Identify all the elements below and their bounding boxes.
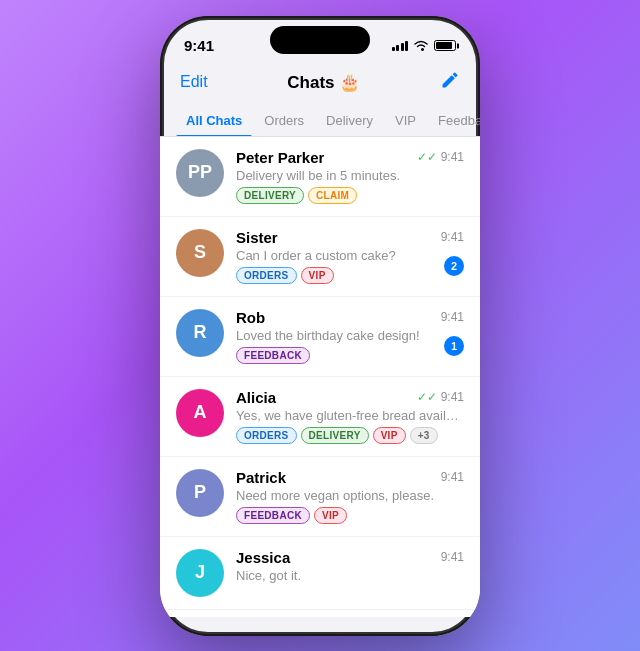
- avatar: J: [176, 549, 224, 597]
- avatar-initials: R: [176, 309, 224, 357]
- list-item[interactable]: S Sister 9:41 Can I order a custom cake?…: [160, 217, 480, 297]
- chat-row-body: Need more vegan options, please. FEEDBAC…: [236, 488, 464, 524]
- tag-delivery: DELIVERY: [236, 187, 304, 204]
- tag-vip: VIP: [373, 427, 406, 444]
- signal-bars-icon: [392, 41, 409, 51]
- compose-button[interactable]: [440, 70, 460, 95]
- dynamic-island: [270, 26, 370, 54]
- chat-row-body: Delivery will be in 5 minutes. DELIVERYC…: [236, 168, 464, 204]
- chat-content: Rob 9:41 Loved the birthday cake design!…: [236, 309, 464, 364]
- list-item[interactable]: A Alicia ✓✓ 9:41 Yes, we have gluten-fre…: [160, 377, 480, 457]
- edit-button[interactable]: Edit: [180, 73, 208, 91]
- avatar: S: [176, 229, 224, 277]
- chat-row-header: Peter Parker ✓✓ 9:41: [236, 149, 464, 166]
- avatar-initials: PP: [176, 149, 224, 197]
- chat-content: Peter Parker ✓✓ 9:41 Delivery will be in…: [236, 149, 464, 204]
- tag-feedback: FEEDBACK: [236, 507, 310, 524]
- header: Edit Chats 🎂: [160, 66, 480, 105]
- chat-content: Sister 9:41 Can I order a custom cake? O…: [236, 229, 464, 284]
- avatar: P: [176, 469, 224, 517]
- avatar-initials: J: [176, 549, 224, 597]
- tag-vip: VIP: [301, 267, 334, 284]
- status-time: 9:41: [184, 37, 214, 54]
- avatar: R: [176, 309, 224, 357]
- chat-tags: FEEDBACK: [236, 347, 438, 364]
- chat-meta: 9:41: [441, 550, 464, 564]
- chat-meta: ✓✓ 9:41: [417, 150, 464, 164]
- chat-time: 9:41: [441, 230, 464, 244]
- list-item[interactable]: R Rob 9:41 Loved the birthday cake desig…: [160, 297, 480, 377]
- chat-time: 9:41: [441, 550, 464, 564]
- list-item[interactable]: J Jessica 9:41 Nice, got it.: [160, 537, 480, 610]
- chat-row-body: Loved the birthday cake design! FEEDBACK…: [236, 328, 464, 364]
- chat-name: Patrick: [236, 469, 286, 486]
- chat-preview: Yes, we have gluten-free bread available…: [236, 408, 464, 423]
- tab-delivery[interactable]: Delivery: [316, 105, 383, 136]
- chat-meta: ✓✓ 9:41: [417, 390, 464, 404]
- chat-time: 9:41: [441, 390, 464, 404]
- tab-vip[interactable]: VIP: [385, 105, 426, 136]
- chat-content: Jessica 9:41 Nice, got it.: [236, 549, 464, 587]
- chat-preview: Loved the birthday cake design!: [236, 328, 438, 343]
- tag-claim: CLAIM: [308, 187, 357, 204]
- chat-tags: ORDERSDELIVERYVIP+3: [236, 427, 464, 444]
- chat-row-header: Sister 9:41: [236, 229, 464, 246]
- tab-all-chats[interactable]: All Chats: [176, 105, 252, 136]
- battery-icon: [434, 40, 456, 51]
- chat-row-header: Patrick 9:41: [236, 469, 464, 486]
- tag-more: +3: [410, 427, 438, 444]
- avatar-initials: A: [176, 389, 224, 437]
- phone-frame: 9:41 Edit Chats 🎂 All Chats Order: [160, 16, 480, 636]
- avatar-initials: S: [176, 229, 224, 277]
- tag-vip: VIP: [314, 507, 347, 524]
- tag-orders: ORDERS: [236, 267, 297, 284]
- chat-row-header: Alicia ✓✓ 9:41: [236, 389, 464, 406]
- chat-name: Jessica: [236, 549, 290, 566]
- chat-meta: 9:41: [441, 230, 464, 244]
- chat-preview: Can I order a custom cake?: [236, 248, 438, 263]
- chat-tags: FEEDBACKVIP: [236, 507, 464, 524]
- avatar: PP: [176, 149, 224, 197]
- status-icons: [392, 40, 457, 52]
- read-check-icon: ✓✓: [417, 390, 437, 404]
- chat-preview: Nice, got it.: [236, 568, 464, 583]
- tab-feedback[interactable]: Feedback: [428, 105, 480, 136]
- chat-row-header: Jessica 9:41: [236, 549, 464, 566]
- avatar-initials: P: [176, 469, 224, 517]
- tag-delivery: DELIVERY: [301, 427, 369, 444]
- unread-badge: 2: [444, 256, 464, 276]
- chat-preview-wrap: Yes, we have gluten-free bread available…: [236, 408, 464, 444]
- chat-preview-wrap: Need more vegan options, please. FEEDBAC…: [236, 488, 464, 524]
- chat-tags: ORDERSVIP: [236, 267, 438, 284]
- chat-preview-wrap: Can I order a custom cake? ORDERSVIP: [236, 248, 438, 284]
- chat-preview-wrap: Loved the birthday cake design! FEEDBACK: [236, 328, 438, 364]
- tab-orders[interactable]: Orders: [254, 105, 314, 136]
- page-title: Chats 🎂: [287, 72, 360, 93]
- chat-tags: DELIVERYCLAIM: [236, 187, 464, 204]
- chat-meta: 9:41: [441, 470, 464, 484]
- unread-badge: 1: [444, 336, 464, 356]
- chat-list: PP Peter Parker ✓✓ 9:41 Delivery will be…: [160, 137, 480, 617]
- avatar: A: [176, 389, 224, 437]
- chat-preview-wrap: Nice, got it.: [236, 568, 464, 587]
- read-check-icon: ✓✓: [417, 150, 437, 164]
- chat-name: Peter Parker: [236, 149, 324, 166]
- chat-content: Patrick 9:41 Need more vegan options, pl…: [236, 469, 464, 524]
- chat-meta: 9:41: [441, 310, 464, 324]
- chat-row-body: Can I order a custom cake? ORDERSVIP 2: [236, 248, 464, 284]
- list-item[interactable]: P Patrick 9:41 Need more vegan options, …: [160, 457, 480, 537]
- list-item[interactable]: PP Peter Parker ✓✓ 9:41 Delivery will be…: [160, 137, 480, 217]
- chat-time: 9:41: [441, 470, 464, 484]
- chat-name: Sister: [236, 229, 278, 246]
- chat-preview-wrap: Delivery will be in 5 minutes. DELIVERYC…: [236, 168, 464, 204]
- wifi-icon: [413, 40, 429, 52]
- chat-content: Alicia ✓✓ 9:41 Yes, we have gluten-free …: [236, 389, 464, 444]
- chat-preview: Delivery will be in 5 minutes.: [236, 168, 464, 183]
- chat-time: 9:41: [441, 310, 464, 324]
- chat-row-body: Nice, got it.: [236, 568, 464, 587]
- chat-preview: Need more vegan options, please.: [236, 488, 464, 503]
- tabs-container: All Chats Orders Delivery VIP Feedback: [160, 105, 480, 137]
- chat-name: Alicia: [236, 389, 276, 406]
- tag-feedback: FEEDBACK: [236, 347, 310, 364]
- chat-time: 9:41: [441, 150, 464, 164]
